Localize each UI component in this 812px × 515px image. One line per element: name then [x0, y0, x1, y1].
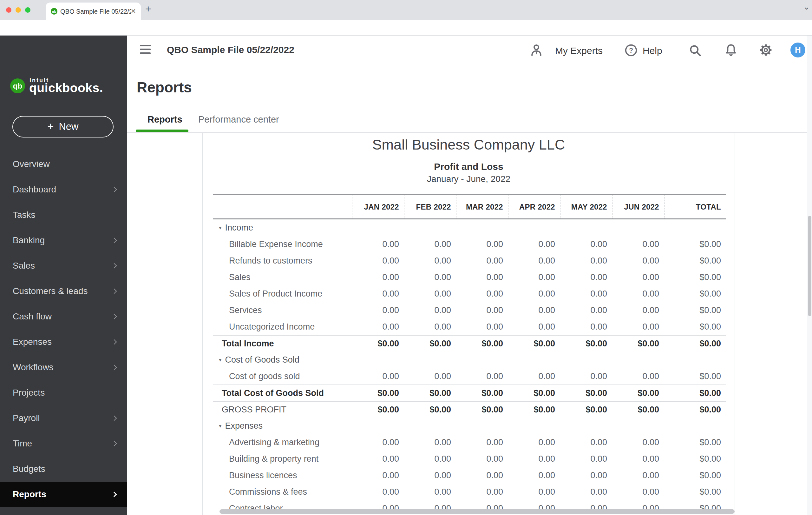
cell-value: $0.00: [664, 470, 726, 480]
sidebar-item-cash-flow[interactable]: Cash flow: [0, 304, 127, 329]
sidebar-item-budgets[interactable]: Budgets: [0, 456, 127, 482]
row-label: Services: [213, 305, 352, 315]
table-row: Building & property rent0.000.000.000.00…: [213, 451, 726, 467]
sidebar-nav: OverviewDashboardTasksBankingSalesCustom…: [0, 152, 127, 515]
cell-value: $0.00: [664, 289, 726, 299]
sidebar-item-label: Tasks: [13, 210, 35, 220]
cell-value: 0.00: [508, 372, 560, 381]
cell-value: 0.00: [352, 437, 404, 448]
settings-gear-icon[interactable]: [759, 43, 773, 57]
sidebar-item-reports[interactable]: Reports: [0, 482, 127, 507]
sidebar-item-taxes[interactable]: Taxes: [0, 507, 127, 515]
tab-reports[interactable]: Reports: [147, 114, 182, 125]
table-row: Sales of Product Income0.000.000.000.000…: [213, 286, 726, 302]
cell-value: $0.00: [560, 405, 612, 415]
traffic-light-close[interactable]: [6, 7, 11, 13]
sidebar-item-label: Workflows: [13, 362, 54, 373]
my-experts-label[interactable]: My Experts: [555, 46, 603, 56]
cell-value: 0.00: [352, 289, 404, 299]
cell-value: 0.00: [508, 305, 560, 315]
table-row: Billable Expense Income0.000.000.000.000…: [213, 236, 726, 252]
cell-value: 0.00: [508, 470, 560, 480]
hamburger-menu-icon[interactable]: [140, 45, 151, 54]
plus-icon: +: [48, 120, 54, 132]
sidebar-item-projects[interactable]: Projects: [0, 380, 127, 405]
sidebar-item-dashboard[interactable]: Dashboard: [0, 177, 127, 202]
cell-value: $0.00: [664, 239, 726, 249]
table-row: Business licences0.000.000.000.000.000.0…: [213, 467, 726, 484]
table-row: Total Cost of Goods Sold$0.00$0.00$0.00$…: [213, 384, 726, 401]
cell-value: $0.00: [612, 405, 664, 415]
traffic-light-minimize[interactable]: [16, 7, 21, 13]
cell-value: 0.00: [352, 305, 404, 315]
collapse-triangle-icon[interactable]: ▾: [219, 423, 222, 429]
column-header: APR 2022: [508, 195, 560, 218]
help-icon[interactable]: ?: [624, 44, 638, 57]
sidebar-item-banking[interactable]: Banking: [0, 228, 127, 253]
chevron-right-icon: [112, 365, 117, 370]
row-label: Income: [225, 223, 254, 233]
search-icon[interactable]: [688, 44, 702, 57]
browser-tab-strip: qb QBO Sample File 05/22/2022 - ✕ + ⌄: [0, 0, 812, 20]
sidebar-item-label: Expenses: [13, 337, 52, 347]
cell-value: 0.00: [560, 372, 612, 381]
cell-value: 0.00: [456, 322, 508, 332]
new-tab-button[interactable]: +: [145, 3, 151, 15]
cell-value: 0.00: [560, 272, 612, 282]
report-company-name: Small Business Company LLC: [203, 137, 734, 153]
help-label[interactable]: Help: [643, 46, 662, 56]
table-row: Advertising & marketing0.000.000.000.000…: [213, 434, 726, 451]
table-row: ▾Cost of Goods Sold: [213, 351, 726, 368]
cell-value: 0.00: [508, 437, 560, 448]
sidebar-item-payroll[interactable]: Payroll: [0, 405, 127, 431]
tab-performance-center[interactable]: Performance center: [198, 114, 279, 125]
collapse-triangle-icon[interactable]: ▾: [219, 357, 222, 363]
sidebar-item-sales[interactable]: Sales: [0, 253, 127, 278]
sidebar-item-label: Dashboard: [13, 185, 56, 195]
collapse-triangle-icon[interactable]: ▾: [219, 224, 222, 231]
tab-close-icon[interactable]: ✕: [131, 7, 136, 15]
cell-value: 0.00: [456, 372, 508, 381]
sidebar-item-time[interactable]: Time: [0, 431, 127, 456]
column-header: TOTAL: [664, 195, 726, 218]
chevron-right-icon: [112, 492, 117, 497]
cell-value: 0.00: [560, 256, 612, 266]
traffic-light-fullscreen[interactable]: [25, 7, 30, 13]
chevron-right-icon: [112, 314, 117, 319]
cell-value: 0.00: [560, 487, 612, 497]
notifications-bell-icon[interactable]: [724, 43, 738, 57]
browser-tab[interactable]: qb QBO Sample File 05/22/2022 - ✕: [46, 3, 141, 20]
row-label: Total Income: [213, 339, 352, 349]
row-label: Total Cost of Goods Sold: [213, 388, 352, 398]
table-row: Total Income$0.00$0.00$0.00$0.00$0.00$0.…: [213, 335, 726, 351]
tabstrip-chevron-icon[interactable]: ⌄: [803, 2, 810, 12]
sidebar-item-overview[interactable]: Overview: [0, 152, 127, 177]
vertical-scrollbar-thumb[interactable]: [808, 216, 811, 316]
cell-value: 0.00: [508, 289, 560, 299]
sidebar-item-tasks[interactable]: Tasks: [0, 202, 127, 228]
chevron-right-icon: [112, 238, 117, 243]
cell-value: $0.00: [664, 388, 726, 398]
my-experts-person-icon[interactable]: [529, 43, 544, 58]
horizontal-scrollbar-thumb[interactable]: [220, 509, 734, 514]
cell-value: $0.00: [404, 339, 456, 349]
new-button[interactable]: + New: [12, 116, 114, 137]
column-header: JAN 2022: [352, 195, 404, 218]
chevron-right-icon: [112, 289, 117, 294]
sidebar-item-customers-leads[interactable]: Customers & leads: [0, 278, 127, 304]
cell-value: 0.00: [404, 289, 456, 299]
screen: qb QBO Sample File 05/22/2022 - ✕ + ⌄ ap…: [0, 0, 812, 515]
sidebar-item-workflows[interactable]: Workflows: [0, 355, 127, 380]
sidebar-item-label: Projects: [13, 388, 45, 398]
cell-value: 0.00: [404, 272, 456, 282]
table-row: Cost of goods sold0.000.000.000.000.000.…: [213, 368, 726, 384]
row-label: Advertising & marketing: [213, 437, 352, 448]
sidebar-item-label: Cash flow: [13, 311, 52, 322]
chevron-right-icon: [112, 187, 117, 192]
report-title: Profit and Loss: [203, 161, 734, 172]
cell-value: $0.00: [560, 339, 612, 349]
user-avatar[interactable]: H: [790, 43, 805, 57]
cell-value: $0.00: [664, 339, 726, 349]
sidebar-item-expenses[interactable]: Expenses: [0, 329, 127, 355]
cell-value: $0.00: [612, 339, 664, 349]
